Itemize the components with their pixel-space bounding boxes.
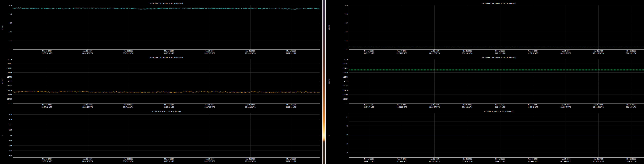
svg-text:-422: -422 [345,40,348,42]
svg-text:Nov 15 2025: Nov 15 2025 [495,104,505,106]
svg-text:50: 50 [346,134,348,136]
svg-text:Nov 15 2025: Nov 15 2025 [594,158,603,160]
svg-text:00:24:42 UTC: 00:24:42 UTC [528,106,538,108]
svg-text:50: 50 [10,134,12,136]
svg-text:00:02:12 UTC: 00:02:12 UTC [82,52,93,54]
svg-text:Nov 15 2025: Nov 15 2025 [397,50,406,52]
svg-text:Mar 13 2026: Mar 13 2026 [246,104,255,106]
svg-text:49.8: 49.8 [9,139,12,141]
svg-text:Mar 13 2026: Mar 13 2026 [124,50,133,52]
svg-text:Mar 13 2026: Mar 13 2026 [164,158,174,160]
svg-text:00:24:42 UTC: 00:24:42 UTC [528,160,538,162]
svg-text:Mar 12 2026: Mar 12 2026 [42,158,52,160]
svg-text:Nov 15 2025: Nov 15 2025 [430,158,439,160]
svg-text:00:07:12 UTC: 00:07:12 UTC [123,160,134,162]
svg-text:H1:SUS-PR2_M1_DAMP_Y_IN1_DQ [s: H1:SUS-PR2_M1_DAMP_Y_IN1_DQ [s-trend] [150,57,183,58]
svg-text:49.2: 49.2 [9,155,12,157]
svg-text:Nov 15 2025: Nov 15 2025 [364,104,374,106]
svg-text:23:57:12 UTC: 23:57:12 UTC [42,160,52,162]
svg-text:Nov 15 2025: Nov 15 2025 [495,50,505,52]
svg-text:Nov 15 2025: Nov 15 2025 [561,158,570,160]
svg-text:00:17:12 UTC: 00:17:12 UTC [204,52,215,54]
svg-text:Nov 15 2025: Nov 15 2025 [594,104,603,106]
svg-text:-1175.2: -1175.2 [7,85,12,87]
svg-text:counts: counts [1,25,3,30]
svg-text:-1175.6: -1175.6 [343,94,348,95]
svg-text:Nov 15 2025: Nov 15 2025 [626,158,636,160]
svg-text:00:24:27 UTC: 00:24:27 UTC [429,106,440,108]
svg-text:23:57:12 UTC: 23:57:12 UTC [42,52,52,54]
svg-text:Mar 13 2026: Mar 13 2026 [124,104,133,106]
svg-text:Mar 13 2026: Mar 13 2026 [246,158,255,160]
svg-text:-419: -419 [345,13,348,15]
svg-text:00:24:57 UTC: 00:24:57 UTC [626,160,636,162]
svg-text:00:24:17 UTC: 00:24:17 UTC [364,106,374,108]
svg-text:00:24:22 UTC: 00:24:22 UTC [396,106,407,108]
svg-text:Mar 13 2026: Mar 13 2026 [205,50,214,52]
svg-text:00:12:12 UTC: 00:12:12 UTC [164,52,174,54]
svg-text:00:24:47 UTC: 00:24:47 UTC [560,52,571,54]
svg-text:Nov 15 2025: Nov 15 2025 [462,158,472,160]
svg-text:Nov 15 2025: Nov 15 2025 [594,50,603,52]
svg-text:Mar 13 2026: Mar 13 2026 [164,50,174,52]
svg-text:00:27:12 UTC: 00:27:12 UTC [286,160,296,162]
svg-text:counts: counts [1,79,3,84]
svg-text:-1174.4: -1174.4 [7,67,12,69]
svg-text:Mar 13 2026: Mar 13 2026 [286,158,296,160]
svg-text:00:12:12 UTC: 00:12:12 UTC [164,160,174,162]
svg-text:Nov 15 2025: Nov 15 2025 [626,50,636,52]
svg-text:48: 48 [346,143,348,145]
svg-text:-1175.8: -1175.8 [7,98,12,100]
svg-text:52: 52 [346,125,348,127]
svg-text:-1174.4: -1174.4 [343,67,348,69]
svg-text:Mar 13 2026: Mar 13 2026 [83,50,92,52]
svg-text:-420: -420 [345,22,348,24]
svg-text:00:24:27 UTC: 00:24:27 UTC [429,160,440,162]
svg-text:00:24:52 UTC: 00:24:52 UTC [593,160,604,162]
svg-text:Mar 13 2026: Mar 13 2026 [205,104,214,106]
svg-text:00:24:37 UTC: 00:24:37 UTC [495,160,505,162]
svg-text:00:17:12 UTC: 00:17:12 UTC [204,106,215,108]
svg-text:00:24:37 UTC: 00:24:37 UTC [495,52,505,54]
svg-text:00:27:12 UTC: 00:27:12 UTC [286,52,296,54]
svg-text:-421: -421 [9,31,12,33]
svg-text:Mar 13 2026: Mar 13 2026 [83,158,92,160]
svg-text:00:24:42 UTC: 00:24:42 UTC [528,52,538,54]
svg-text:00:02:12 UTC: 00:02:12 UTC [82,106,93,108]
svg-text:00:22:12 UTC: 00:22:12 UTC [245,52,256,54]
svg-text:Nov 15 2025: Nov 15 2025 [528,50,538,52]
svg-text:00:24:17 UTC: 00:24:17 UTC [364,160,374,162]
svg-text:Nov 15 2025: Nov 15 2025 [528,104,538,106]
svg-text:00:24:57 UTC: 00:24:57 UTC [626,106,636,108]
svg-text:-1175.4: -1175.4 [343,89,348,91]
svg-text:49.4: 49.4 [9,150,12,152]
svg-text:Nov 15 2025: Nov 15 2025 [364,158,374,160]
svg-text:00:24:32 UTC: 00:24:32 UTC [462,160,472,162]
svg-text:00:24:57 UTC: 00:24:57 UTC [626,52,636,54]
svg-text:46: 46 [346,152,348,154]
svg-text:00:17:12 UTC: 00:17:12 UTC [204,160,215,162]
svg-text:-1175: -1175 [8,81,12,82]
svg-text:00:24:17 UTC: 00:24:17 UTC [364,52,374,54]
svg-text:-1175: -1175 [344,81,348,82]
svg-text:00:12:12 UTC: 00:12:12 UTC [164,106,174,108]
svg-text:H1:SUS-PR2_M1_DAMP_P_IN1_DQ [m: H1:SUS-PR2_M1_DAMP_P_IN1_DQ [m-trend] [482,2,516,4]
svg-text:50.2: 50.2 [9,129,12,131]
svg-text:50.8: 50.8 [9,113,12,115]
svg-text:-1174.2: -1174.2 [7,63,12,65]
svg-text:49.6: 49.6 [9,145,12,146]
svg-text:23:57:12 UTC: 23:57:12 UTC [42,106,52,108]
svg-text:00:24:22 UTC: 00:24:22 UTC [396,160,407,162]
svg-text:00:24:52 UTC: 00:24:52 UTC [593,106,604,108]
svg-text:-1175.6: -1175.6 [7,94,12,95]
svg-text:00:07:12 UTC: 00:07:12 UTC [123,52,134,54]
svg-text:H1:SUS-PR2_M1_DAMP_P_IN1_DQ [s: H1:SUS-PR2_M1_DAMP_P_IN1_DQ [s-trend] [150,2,183,4]
svg-text:Mar 12 2026: Mar 12 2026 [42,50,52,52]
svg-text:H1:SUS-PR2_M1_DAMP_Y_IN1_DQ [m: H1:SUS-PR2_M1_DAMP_Y_IN1_DQ [m-trend] [482,57,516,58]
svg-text:00:02:12 UTC: 00:02:12 UTC [82,160,93,162]
svg-text:-1174.8: -1174.8 [343,76,348,78]
svg-text:-1174.2: -1174.2 [343,63,348,65]
svg-text:Nov 15 2025: Nov 15 2025 [528,158,538,160]
svg-text:Nov 15 2025: Nov 15 2025 [430,50,439,52]
svg-text:Mar 13 2026: Mar 13 2026 [246,50,255,52]
